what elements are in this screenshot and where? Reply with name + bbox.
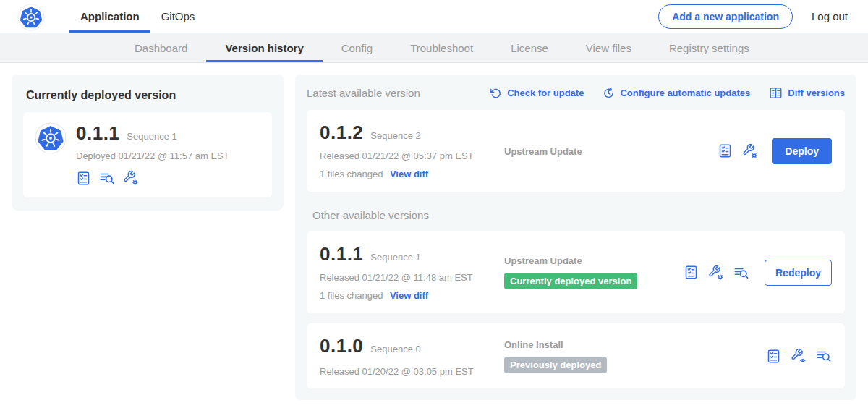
version-row-0-1-0: 0.1.0 Sequence 0 Released 01/20/22 @ 03:… — [307, 323, 845, 388]
released-timestamp: Released 01/20/22 @ 03:05 pm EST — [320, 366, 504, 377]
check-for-update-label: Check for update — [507, 88, 584, 98]
currently-deployed-panel: Currently deployed version 0.1.1 Sequenc… — [12, 75, 284, 211]
sequence-label: Sequence 0 — [370, 344, 420, 354]
diff-versions-link[interactable]: Diff versions — [769, 86, 845, 100]
view-logs-icon[interactable] — [733, 265, 749, 281]
diff-versions-label: Diff versions — [788, 88, 845, 98]
redeploy-button[interactable]: Redeploy — [765, 260, 832, 286]
tab-registry-settings[interactable]: Registry settings — [650, 33, 768, 62]
version-row-0-1-2: 0.1.2 Sequence 2 Released 01/21/22 @ 05:… — [307, 110, 845, 192]
sequence-label: Sequence 2 — [370, 130, 420, 141]
view-config-icon[interactable] — [791, 348, 807, 364]
latest-version-header: Latest available version — [307, 87, 420, 99]
view-diff-link[interactable]: View diff — [390, 169, 428, 179]
diff-versions-icon — [769, 86, 783, 100]
app-header: Application GitOps Add a new application… — [0, 0, 868, 33]
kubernetes-app-icon — [35, 122, 67, 186]
release-notes-icon[interactable] — [766, 349, 781, 364]
tab-version-history[interactable]: Version history — [206, 33, 322, 62]
files-changed-label: 1 files changed — [320, 290, 383, 301]
tab-troubleshoot[interactable]: Troubleshoot — [391, 33, 492, 62]
edit-config-icon[interactable] — [708, 265, 724, 281]
deployed-panel-title: Currently deployed version — [26, 89, 272, 102]
deployed-version-number: 0.1.1 — [76, 122, 119, 145]
logout-button[interactable]: Log out — [812, 10, 848, 22]
app-subnav: Dashboard Version history Config Trouble… — [0, 33, 868, 63]
version-source-label: Upstream Update — [504, 146, 582, 157]
tab-view-files[interactable]: View files — [567, 33, 650, 62]
view-logs-icon[interactable] — [99, 170, 115, 186]
check-for-update-link[interactable]: Check for update — [490, 87, 584, 99]
edit-config-icon[interactable] — [742, 143, 758, 159]
version-row-0-1-1: 0.1.1 Sequence 1 Released 01/21/22 @ 11:… — [307, 231, 845, 313]
view-logs-icon[interactable] — [816, 348, 832, 364]
version-source-label: Online Install — [504, 339, 766, 350]
tab-gitops-label: GitOps — [161, 10, 195, 22]
refresh-icon — [490, 87, 502, 99]
deployed-timestamp: Deployed 01/21/22 @ 11:57 am EST — [76, 150, 229, 161]
sequence-label: Sequence 1 — [370, 252, 420, 263]
released-timestamp: Released 01/21/22 @ 05:37 pm EST — [320, 150, 504, 161]
version-source-label: Upstream Update — [504, 255, 684, 266]
release-notes-icon[interactable] — [684, 265, 699, 280]
kubernetes-logo-icon — [17, 4, 45, 31]
configure-automatic-updates-link[interactable]: Configure automatic updates — [603, 87, 750, 99]
view-diff-link[interactable]: View diff — [390, 290, 428, 301]
add-application-button[interactable]: Add a new application — [658, 4, 793, 29]
tab-application-label: Application — [80, 10, 140, 22]
tab-license[interactable]: License — [492, 33, 567, 62]
schedule-update-icon — [603, 87, 615, 99]
tab-config[interactable]: Config — [323, 33, 391, 62]
released-timestamp: Released 01/21/22 @ 11:48 am EST — [320, 272, 504, 283]
deploy-button[interactable]: Deploy — [772, 138, 832, 164]
previously-deployed-badge: Previously deployed — [504, 357, 607, 373]
version-number: 0.1.0 — [320, 335, 363, 357]
edit-config-icon[interactable] — [123, 170, 139, 186]
release-notes-icon[interactable] — [76, 171, 91, 186]
main-content: Currently deployed version 0.1.1 Sequenc… — [0, 63, 868, 408]
version-number: 0.1.1 — [320, 243, 363, 265]
configure-automatic-updates-label: Configure automatic updates — [620, 88, 750, 98]
tab-gitops[interactable]: GitOps — [150, 0, 206, 33]
other-versions-header: Other available versions — [312, 209, 845, 221]
release-notes-icon[interactable] — [718, 143, 733, 158]
deployed-version-card: 0.1.1 Sequence 1 Deployed 01/21/22 @ 11:… — [23, 112, 272, 197]
version-history-panel: Latest available version Check for updat… — [295, 75, 856, 400]
currently-deployed-badge: Currently deployed version — [504, 273, 637, 289]
tab-application[interactable]: Application — [69, 0, 150, 33]
files-changed-label: 1 files changed — [320, 169, 383, 179]
deployed-sequence-label: Sequence 1 — [127, 131, 176, 142]
version-number: 0.1.2 — [320, 122, 363, 144]
tab-dashboard[interactable]: Dashboard — [116, 33, 206, 62]
header-tabs: Application GitOps — [69, 0, 205, 33]
